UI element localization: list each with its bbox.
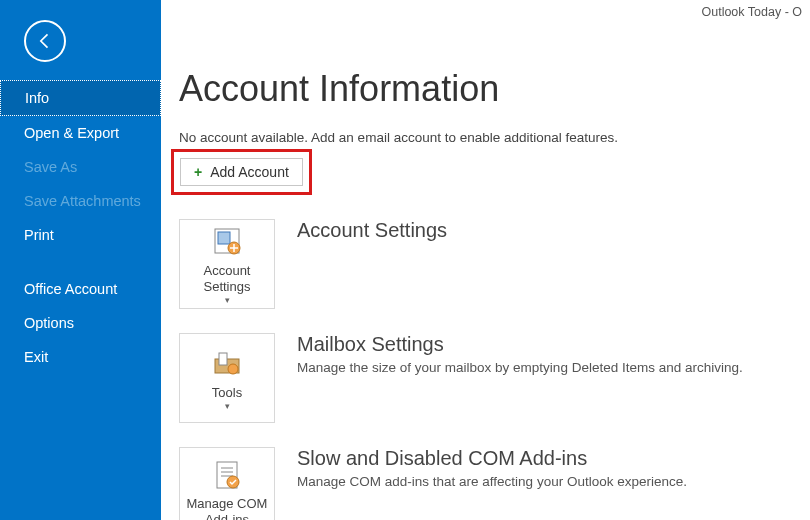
arrow-left-icon	[35, 31, 55, 51]
section-title: Mailbox Settings	[297, 333, 743, 356]
nav-item-options[interactable]: Options	[0, 306, 161, 340]
main-content: Outlook Today - O Account Information No…	[161, 0, 810, 520]
tile-icon	[209, 223, 245, 259]
section-2: Manage COM Add-insSlow and Disabled COM …	[179, 447, 792, 520]
section-title: Slow and Disabled COM Add-ins	[297, 447, 687, 470]
tile-label: Account Settings	[186, 263, 268, 296]
add-account-button[interactable]: + Add Account	[180, 158, 303, 186]
back-button[interactable]	[24, 20, 66, 62]
nav-item-open-export[interactable]: Open & Export	[0, 116, 161, 150]
tile-button-manage-com-add-ins[interactable]: Manage COM Add-ins	[179, 447, 275, 520]
window-title: Outlook Today - O	[701, 5, 802, 19]
nav-item-info[interactable]: Info	[0, 80, 161, 116]
section-body: Mailbox SettingsManage the size of your …	[297, 333, 743, 423]
svg-point-5	[228, 364, 238, 374]
tile-icon	[209, 345, 245, 381]
nav-item-office-account[interactable]: Office Account	[0, 272, 161, 306]
tile-icon	[209, 456, 245, 492]
plus-icon: +	[194, 164, 202, 180]
nav-item-save-attachments: Save Attachments	[0, 184, 161, 218]
section-title: Account Settings	[297, 219, 447, 242]
nav-item-save-as: Save As	[0, 150, 161, 184]
section-0: Account Settings▾Account Settings	[179, 219, 792, 309]
tutorial-highlight: + Add Account	[171, 149, 312, 195]
dropdown-caret-icon: ▾	[225, 295, 230, 305]
nav-item-print[interactable]: Print	[0, 218, 161, 252]
tile-button-account-settings[interactable]: Account Settings▾	[179, 219, 275, 309]
page-heading: Account Information	[179, 68, 792, 110]
tile-label: Tools	[212, 385, 242, 401]
svg-rect-1	[218, 232, 230, 244]
tile-button-tools[interactable]: Tools▾	[179, 333, 275, 423]
tile-label: Manage COM Add-ins	[186, 496, 268, 520]
backstage-sidebar: InfoOpen & ExportSave AsSave Attachments…	[0, 0, 161, 520]
account-subtext: No account available. Add an email accou…	[179, 130, 792, 145]
section-desc: Manage COM add-ins that are affecting yo…	[297, 474, 687, 489]
svg-rect-4	[219, 353, 227, 365]
add-account-label: Add Account	[210, 164, 289, 180]
dropdown-caret-icon: ▾	[225, 401, 230, 411]
section-1: Tools▾Mailbox SettingsManage the size of…	[179, 333, 792, 423]
section-body: Account Settings	[297, 219, 447, 309]
section-desc: Manage the size of your mailbox by empty…	[297, 360, 743, 375]
nav-item-exit[interactable]: Exit	[0, 340, 161, 374]
section-body: Slow and Disabled COM Add-insManage COM …	[297, 447, 687, 520]
